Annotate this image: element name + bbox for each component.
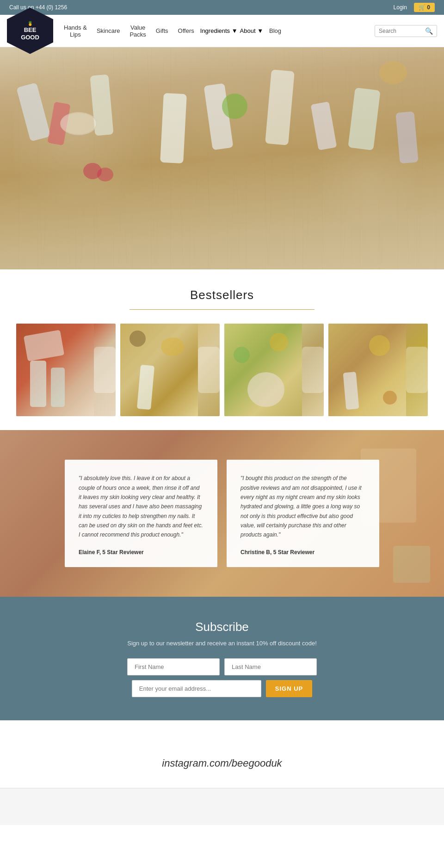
product-grid <box>9 324 435 416</box>
product-image-3 <box>224 324 324 416</box>
product-card-1[interactable] <box>16 324 116 416</box>
product-card-4[interactable] <box>328 324 428 416</box>
nav-about-dropdown[interactable]: About ▼ <box>240 27 263 34</box>
product-image-4 <box>328 324 428 416</box>
reviewer-2: Christine B, 5 Star Reviewer <box>240 549 365 556</box>
subscribe-title: Subscribe <box>9 620 435 634</box>
footer <box>0 788 444 825</box>
name-row <box>127 658 317 675</box>
logo-bee-icon: 🍍 <box>27 21 33 26</box>
subscribe-section: Subscribe Sign up to our newsletter and … <box>0 597 444 720</box>
nav-links: Hands &Lips Skincare ValuePacks Gifts Of… <box>60 22 370 40</box>
logo-text-bee: BEE <box>24 26 37 34</box>
nav-value-packs[interactable]: ValuePacks <box>126 22 149 40</box>
review-card-1: "I absolutely love this. I leave it on f… <box>65 460 217 567</box>
logo-text-good: GOOD <box>21 34 39 41</box>
product-card-3[interactable] <box>224 324 324 416</box>
signup-button[interactable]: SIGN UP <box>266 680 312 697</box>
section-divider <box>130 309 314 310</box>
nav-blog[interactable]: Blog <box>265 25 285 37</box>
nav-offers[interactable]: Offers <box>174 25 198 37</box>
search-box[interactable]: 🔍 <box>375 25 437 37</box>
review-text-1: "I absolutely love this. I leave it on f… <box>79 474 204 540</box>
login-link[interactable]: Login <box>394 4 407 11</box>
nav-skincare[interactable]: Skincare <box>93 25 124 37</box>
phone-number: Call us on +44 (0) 1256 <box>9 4 67 11</box>
main-nav: 🍍 BEE GOOD Hands &Lips Skincare ValuePac… <box>0 15 444 47</box>
email-row: SIGN UP <box>132 680 312 697</box>
last-name-input[interactable] <box>224 658 317 675</box>
nav-gifts[interactable]: Gifts <box>152 25 172 37</box>
top-bar: Call us on +44 (0) 1256 Login 🛒 0 <box>0 0 444 15</box>
review-text-2: "I bought this product on the strength o… <box>240 474 365 540</box>
subscribe-description: Sign up to our newsletter and receive an… <box>9 640 435 647</box>
reviewer-1: Elaine F, 5 Star Reviewer <box>79 549 204 556</box>
search-icon[interactable]: 🔍 <box>425 27 433 35</box>
review-card-2: "I bought this product on the strength o… <box>227 460 379 567</box>
product-image-2 <box>120 324 220 416</box>
instagram-handle[interactable]: instagram.com/beegooduk <box>9 757 435 769</box>
hero-banner <box>0 47 444 269</box>
top-bar-right: Login 🛒 0 <box>394 3 435 12</box>
reviews-container: "I absolutely love this. I leave it on f… <box>46 437 398 590</box>
bestsellers-title: Bestsellers <box>9 288 435 302</box>
search-input[interactable] <box>379 28 425 34</box>
email-input[interactable] <box>132 680 261 697</box>
bestsellers-section: Bestsellers <box>0 269 444 430</box>
nav-ingredients-dropdown[interactable]: Ingredients ▼ <box>200 27 238 34</box>
cart-button[interactable]: 🛒 0 <box>414 3 435 12</box>
first-name-input[interactable] <box>127 658 220 675</box>
product-card-2[interactable] <box>120 324 220 416</box>
product-image-1 <box>16 324 116 416</box>
hero-products-image <box>0 47 444 269</box>
instagram-section: instagram.com/beegooduk <box>0 720 444 788</box>
nav-hands-lips[interactable]: Hands &Lips <box>60 22 91 40</box>
subscribe-form: SIGN UP <box>9 658 435 697</box>
reviews-section: "I absolutely love this. I leave it on f… <box>0 430 444 597</box>
